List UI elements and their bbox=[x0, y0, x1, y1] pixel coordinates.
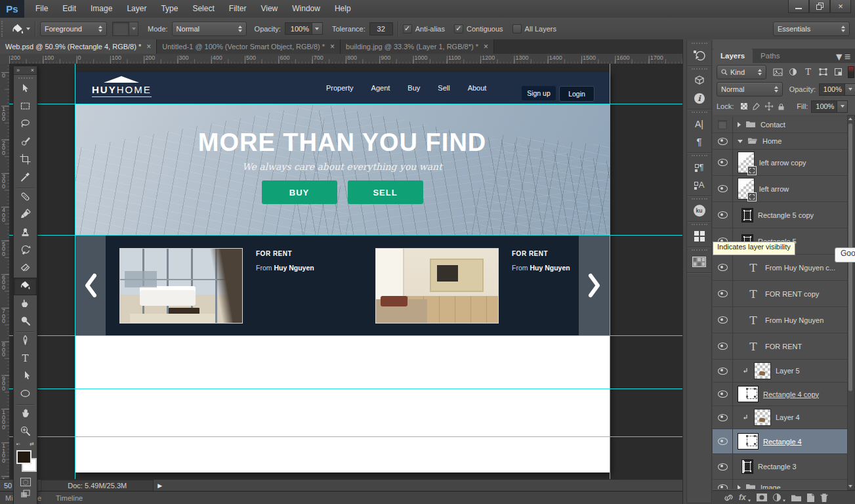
menu-file[interactable]: File bbox=[28, 0, 55, 18]
lock-transparency-icon[interactable] bbox=[738, 101, 750, 112]
eye-icon[interactable] bbox=[718, 290, 728, 297]
smudge-tool[interactable] bbox=[14, 295, 37, 313]
document-canvas[interactable]: HUYHOME PropertyAgentBuySellAbout Sign u… bbox=[9, 64, 682, 479]
layer-row[interactable]: Layer 4 bbox=[713, 406, 848, 429]
visibility-cell[interactable] bbox=[713, 202, 733, 228]
quick-selection-tool[interactable] bbox=[14, 134, 37, 152]
pattern-swatch[interactable] bbox=[112, 22, 129, 36]
kind-filter-dropdown[interactable]: Kind bbox=[717, 65, 766, 79]
delete-layer-button[interactable] bbox=[820, 493, 829, 503]
mode-dropdown[interactable]: Normal bbox=[172, 22, 247, 36]
checkbox-contiguous[interactable]: ✓Contiguous bbox=[454, 24, 503, 33]
layer-name[interactable]: Home bbox=[762, 137, 782, 145]
eye-icon[interactable] bbox=[718, 463, 728, 471]
visibility-cell[interactable] bbox=[713, 333, 733, 359]
layer-name[interactable]: From Huy Nguyen c... bbox=[765, 264, 835, 272]
layer-row[interactable]: Image bbox=[713, 480, 848, 489]
quick-mask-button[interactable] bbox=[14, 476, 37, 488]
extensions-panel-icon[interactable] bbox=[687, 227, 711, 245]
collapse-panel-icon[interactable]: » bbox=[16, 68, 20, 74]
close-icon[interactable]: × bbox=[330, 43, 335, 51]
eraser-tool[interactable] bbox=[14, 260, 37, 278]
layer-name[interactable]: Rectangle 3 bbox=[758, 463, 797, 471]
restore-button[interactable] bbox=[809, 0, 830, 13]
kuler-panel-icon[interactable]: ku bbox=[687, 201, 711, 219]
document-tab[interactable]: Web.psd @ 50.9% (Rectangle 4, RGB/8) *× bbox=[0, 39, 157, 54]
layer-row[interactable]: Layer 5 bbox=[713, 360, 848, 383]
text-layer-icon[interactable]: T bbox=[746, 314, 761, 327]
layer-name[interactable]: Rectangle 5 copy bbox=[758, 211, 814, 219]
layer-row[interactable]: TFrom Huy Nguyen c... bbox=[713, 255, 848, 281]
lock-pixels-icon[interactable] bbox=[750, 101, 762, 112]
opacity-dropdown[interactable]: 100% bbox=[285, 22, 323, 35]
tab-paths[interactable]: Paths bbox=[753, 49, 787, 63]
document-tab[interactable]: Untitled-1 @ 100% (Vector Smart Object, … bbox=[157, 39, 341, 54]
close-button[interactable]: × bbox=[830, 0, 851, 13]
fill-dropdown[interactable]: 100% bbox=[811, 100, 848, 113]
layer-thumbnail[interactable] bbox=[754, 409, 771, 426]
lasso-tool[interactable] bbox=[14, 116, 37, 134]
layer-opacity-dropdown[interactable]: 100% bbox=[819, 83, 855, 96]
layer-name[interactable]: Layer 4 bbox=[776, 413, 800, 421]
minimize-button[interactable] bbox=[788, 0, 809, 13]
eye-icon[interactable] bbox=[718, 414, 728, 421]
horizontal-ruler[interactable]: 2001000100200300400500600700800900100011… bbox=[9, 54, 682, 64]
eye-icon[interactable] bbox=[718, 438, 728, 445]
character-styles-panel-icon[interactable]: A bbox=[687, 176, 711, 194]
default-colors-icon[interactable]: ▪▫ bbox=[16, 441, 20, 449]
guide-horizontal[interactable] bbox=[9, 335, 682, 336]
expand-caret-icon[interactable] bbox=[738, 485, 741, 489]
mask-layer-button[interactable] bbox=[756, 493, 768, 502]
swap-colors-icon[interactable]: ⇄ bbox=[30, 441, 34, 449]
crop-tool[interactable] bbox=[14, 152, 37, 169]
layer-row[interactable]: Rectangle 4 bbox=[713, 429, 848, 454]
guide-horizontal[interactable] bbox=[9, 235, 682, 236]
eye-icon[interactable] bbox=[718, 390, 728, 398]
layer-thumbnail[interactable] bbox=[754, 362, 771, 379]
close-icon[interactable]: × bbox=[146, 43, 151, 51]
visibility-cell[interactable] bbox=[713, 133, 733, 149]
properties-panel-icon[interactable] bbox=[687, 72, 711, 89]
layer-name[interactable]: Contact bbox=[761, 121, 785, 129]
link-layer-button[interactable] bbox=[723, 493, 734, 503]
eye-icon[interactable] bbox=[718, 211, 728, 219]
visibility-cell[interactable] bbox=[713, 150, 733, 175]
path-selection-tool[interactable] bbox=[14, 368, 37, 386]
pen-tool[interactable] bbox=[14, 333, 37, 350]
scroll-down-icon[interactable] bbox=[848, 485, 852, 488]
dropdown-arrow-icon[interactable] bbox=[837, 100, 848, 113]
visibility-cell[interactable] bbox=[713, 429, 733, 453]
paragraph-panel-icon[interactable]: ¶ bbox=[687, 133, 711, 150]
lock-all-icon[interactable] bbox=[775, 101, 787, 112]
guide-horizontal[interactable] bbox=[9, 388, 682, 389]
eye-icon[interactable] bbox=[718, 316, 728, 324]
layer-name[interactable]: FOR RENT bbox=[765, 343, 802, 350]
checkbox-all-layers[interactable]: All Layers bbox=[512, 24, 556, 33]
adjustment-filter-button[interactable] bbox=[785, 66, 801, 78]
scroll-up-icon[interactable] bbox=[848, 117, 852, 120]
layers-scrollbar[interactable] bbox=[847, 115, 855, 490]
pixel-filter-button[interactable] bbox=[770, 66, 785, 78]
paint-bucket-preset-icon[interactable] bbox=[11, 22, 24, 35]
text-layer-icon[interactable]: T bbox=[746, 287, 761, 301]
eye-icon[interactable] bbox=[718, 185, 728, 192]
layer-row[interactable]: TFOR RENT bbox=[713, 333, 848, 360]
eye-icon[interactable] bbox=[718, 264, 728, 271]
info-panel-icon[interactable]: i bbox=[687, 89, 711, 107]
dropdown-arrow-icon[interactable] bbox=[312, 22, 323, 35]
panel-grip[interactable] bbox=[687, 196, 711, 201]
group-layer-button[interactable] bbox=[791, 494, 802, 502]
smart-object-filter-button[interactable] bbox=[831, 66, 846, 78]
panel-grip[interactable] bbox=[687, 110, 711, 115]
visibility-cell[interactable] bbox=[713, 281, 733, 306]
brush-tool[interactable] bbox=[14, 207, 37, 224]
layer-row[interactable]: Rectangle 4 copy bbox=[713, 383, 848, 406]
type-filter-button[interactable]: T bbox=[801, 66, 816, 78]
layer-comps-panel-icon[interactable] bbox=[687, 253, 711, 270]
layer-name[interactable]: From Huy Nguyen bbox=[765, 316, 824, 324]
healing-brush-tool[interactable] bbox=[14, 189, 37, 207]
move-tool[interactable] bbox=[14, 81, 37, 98]
layer-row[interactable]: TFrom Huy Nguyen bbox=[713, 307, 848, 333]
pattern-swatch-arrow[interactable] bbox=[129, 22, 138, 36]
layer-name[interactable]: Rectangle 4 copy bbox=[763, 390, 819, 398]
